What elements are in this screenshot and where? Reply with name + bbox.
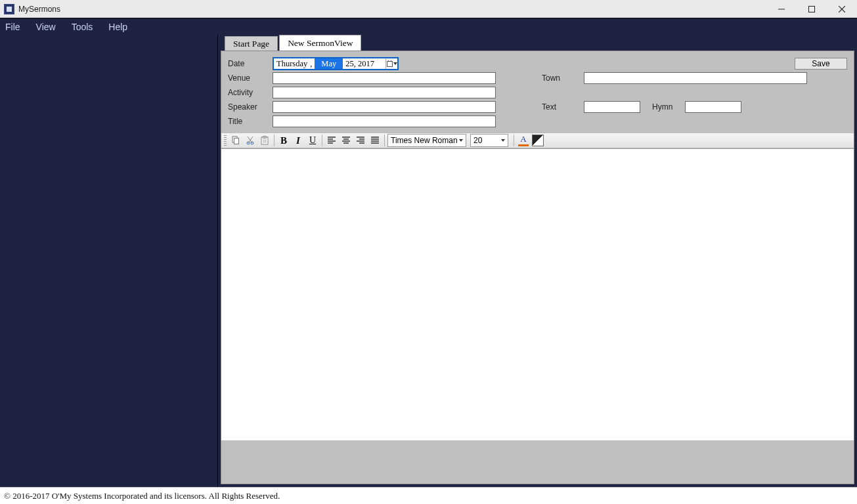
form-area: Date Thursday , May 25, 2017 Save	[221, 51, 854, 133]
label-speaker: Speaker	[228, 102, 273, 112]
text-input[interactable]	[584, 101, 640, 113]
toolbar-separator	[514, 135, 514, 146]
font-size-select[interactable]: 20	[470, 134, 508, 147]
font-color-icon: A	[517, 135, 529, 146]
maximize-button[interactable]	[797, 0, 827, 18]
date-dropdown-button[interactable]	[385, 58, 397, 69]
align-right-button[interactable]	[354, 134, 367, 147]
font-select[interactable]: Times New Roman	[387, 134, 466, 147]
app-icon	[4, 4, 14, 14]
date-weekday: Thursday	[274, 59, 310, 69]
copyright-text: © 2016-2017 O'My Systems Incorporated an…	[4, 491, 280, 501]
label-text: Text	[542, 102, 584, 112]
label-town: Town	[542, 74, 584, 83]
chevron-down-icon	[393, 62, 397, 65]
label-hymn: Hymn	[652, 102, 685, 112]
font-color-button[interactable]: A	[517, 134, 530, 147]
tab-start-page[interactable]: Start Page	[225, 36, 278, 51]
label-activity: Activity	[228, 88, 273, 97]
toolbar-grip-icon	[224, 135, 227, 146]
svg-rect-5	[234, 138, 239, 144]
bold-button[interactable]: B	[277, 134, 290, 147]
italic-button[interactable]: I	[292, 134, 305, 147]
highlight-button[interactable]	[531, 134, 544, 147]
activity-input[interactable]	[273, 87, 496, 98]
town-input[interactable]	[584, 72, 807, 84]
underline-button[interactable]: U	[306, 134, 319, 147]
toolbar-separator	[384, 135, 385, 146]
minimize-button[interactable]	[766, 0, 797, 18]
title-bar: MySermons	[0, 0, 857, 18]
save-button[interactable]: Save	[795, 58, 847, 70]
panel-bottom-space	[221, 440, 854, 484]
content-area: Start Page New SermonView Date Thursday …	[218, 35, 857, 487]
tab-strip: Start Page New SermonView	[218, 35, 857, 51]
paste-button[interactable]	[258, 134, 271, 147]
menu-file[interactable]: File	[5, 22, 20, 32]
svg-rect-1	[809, 6, 815, 12]
menu-view[interactable]: View	[36, 22, 56, 32]
font-select-value: Times New Roman	[391, 136, 458, 145]
menu-bar: File View Tools Help	[0, 18, 857, 35]
speaker-input[interactable]	[273, 101, 496, 113]
window-title: MySermons	[18, 5, 60, 14]
venue-input[interactable]	[273, 72, 496, 84]
calendar-icon	[387, 61, 393, 67]
date-picker[interactable]: Thursday , May 25, 2017	[273, 57, 399, 70]
editor-body[interactable]	[221, 148, 854, 440]
label-title: Title	[228, 117, 273, 126]
svg-rect-11	[263, 136, 267, 138]
copy-button[interactable]	[229, 134, 242, 147]
font-size-value: 20	[473, 136, 482, 145]
align-left-button[interactable]	[325, 134, 338, 147]
date-comma: ,	[310, 59, 315, 69]
status-bar: © 2016-2017 O'My Systems Incorporated an…	[0, 487, 857, 504]
close-button[interactable]	[827, 0, 857, 18]
highlight-icon	[532, 135, 544, 146]
sidebar	[0, 35, 218, 487]
align-center-button[interactable]	[340, 134, 353, 147]
title-input[interactable]	[273, 116, 496, 127]
menu-tools[interactable]: Tools	[72, 22, 93, 32]
toolbar-separator	[274, 135, 275, 146]
hymn-input[interactable]	[685, 101, 741, 113]
menu-help[interactable]: Help	[108, 22, 127, 32]
chevron-down-icon	[459, 139, 463, 142]
tab-new-sermon-view[interactable]: New SermonView	[279, 35, 361, 51]
editor-toolbar: B I U Times New Roman	[221, 133, 854, 148]
toolbar-separator	[322, 135, 322, 146]
label-venue: Venue	[228, 74, 273, 83]
chevron-down-icon	[501, 139, 505, 142]
date-rest: 25, 2017	[343, 59, 378, 69]
date-month[interactable]: May	[315, 58, 343, 69]
main-area: Start Page New SermonView Date Thursday …	[0, 35, 857, 487]
label-date: Date	[228, 59, 273, 68]
align-justify-button[interactable]	[368, 134, 382, 147]
cut-button[interactable]	[244, 134, 257, 147]
sermon-panel: Date Thursday , May 25, 2017 Save	[221, 51, 854, 484]
